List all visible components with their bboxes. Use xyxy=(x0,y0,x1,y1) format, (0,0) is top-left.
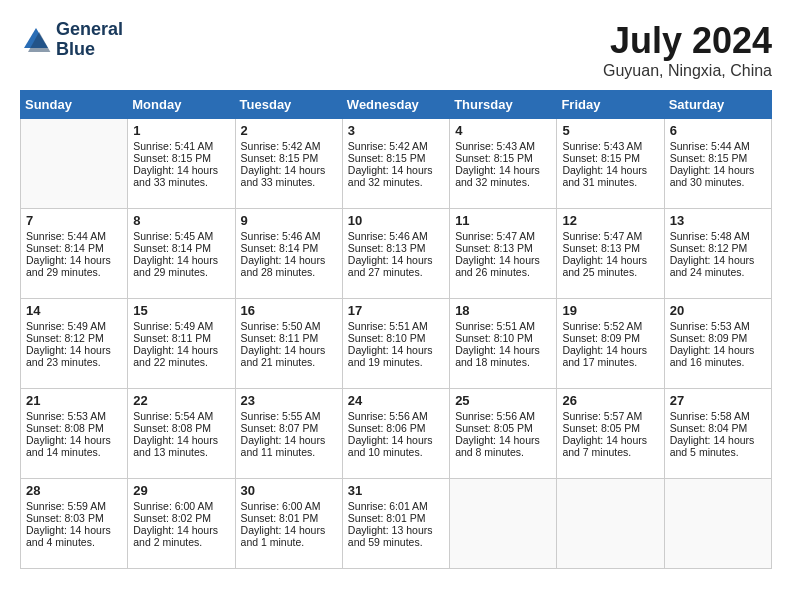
calendar-cell: 26Sunrise: 5:57 AMSunset: 8:05 PMDayligh… xyxy=(557,389,664,479)
daylight-text: Daylight: 14 hours and 33 minutes. xyxy=(133,164,229,188)
sunset-text: Sunset: 8:13 PM xyxy=(562,242,658,254)
daylight-text: Daylight: 13 hours and 59 minutes. xyxy=(348,524,444,548)
sunset-text: Sunset: 8:05 PM xyxy=(455,422,551,434)
calendar-cell: 27Sunrise: 5:58 AMSunset: 8:04 PMDayligh… xyxy=(664,389,771,479)
sunset-text: Sunset: 8:05 PM xyxy=(562,422,658,434)
day-number: 3 xyxy=(348,123,444,138)
daylight-text: Daylight: 14 hours and 25 minutes. xyxy=(562,254,658,278)
logo-text: General Blue xyxy=(56,20,123,60)
daylight-text: Daylight: 14 hours and 32 minutes. xyxy=(455,164,551,188)
day-number: 14 xyxy=(26,303,122,318)
calendar-cell: 20Sunrise: 5:53 AMSunset: 8:09 PMDayligh… xyxy=(664,299,771,389)
sunrise-text: Sunrise: 6:01 AM xyxy=(348,500,444,512)
day-number: 31 xyxy=(348,483,444,498)
sunset-text: Sunset: 8:11 PM xyxy=(133,332,229,344)
daylight-text: Daylight: 14 hours and 13 minutes. xyxy=(133,434,229,458)
calendar-cell: 24Sunrise: 5:56 AMSunset: 8:06 PMDayligh… xyxy=(342,389,449,479)
calendar-cell: 10Sunrise: 5:46 AMSunset: 8:13 PMDayligh… xyxy=(342,209,449,299)
weekday-header-cell: Thursday xyxy=(450,91,557,119)
sunset-text: Sunset: 8:15 PM xyxy=(670,152,766,164)
sunset-text: Sunset: 8:14 PM xyxy=(26,242,122,254)
sunset-text: Sunset: 8:15 PM xyxy=(133,152,229,164)
sunrise-text: Sunrise: 5:44 AM xyxy=(670,140,766,152)
sunset-text: Sunset: 8:13 PM xyxy=(455,242,551,254)
sunset-text: Sunset: 8:15 PM xyxy=(562,152,658,164)
sunrise-text: Sunrise: 5:56 AM xyxy=(348,410,444,422)
sunset-text: Sunset: 8:06 PM xyxy=(348,422,444,434)
daylight-text: Daylight: 14 hours and 31 minutes. xyxy=(562,164,658,188)
day-number: 30 xyxy=(241,483,337,498)
daylight-text: Daylight: 14 hours and 28 minutes. xyxy=(241,254,337,278)
calendar-cell: 18Sunrise: 5:51 AMSunset: 8:10 PMDayligh… xyxy=(450,299,557,389)
title-area: July 2024 Guyuan, Ningxia, China xyxy=(603,20,772,80)
weekday-header-cell: Monday xyxy=(128,91,235,119)
sunrise-text: Sunrise: 5:47 AM xyxy=(455,230,551,242)
daylight-text: Daylight: 14 hours and 27 minutes. xyxy=(348,254,444,278)
daylight-text: Daylight: 14 hours and 33 minutes. xyxy=(241,164,337,188)
day-number: 29 xyxy=(133,483,229,498)
sunset-text: Sunset: 8:11 PM xyxy=(241,332,337,344)
day-number: 7 xyxy=(26,213,122,228)
sunrise-text: Sunrise: 5:55 AM xyxy=(241,410,337,422)
day-number: 23 xyxy=(241,393,337,408)
sunrise-text: Sunrise: 5:49 AM xyxy=(26,320,122,332)
calendar-cell: 13Sunrise: 5:48 AMSunset: 8:12 PMDayligh… xyxy=(664,209,771,299)
sunrise-text: Sunrise: 5:51 AM xyxy=(348,320,444,332)
calendar-cell: 31Sunrise: 6:01 AMSunset: 8:01 PMDayligh… xyxy=(342,479,449,569)
calendar-cell: 7Sunrise: 5:44 AMSunset: 8:14 PMDaylight… xyxy=(21,209,128,299)
sunrise-text: Sunrise: 5:48 AM xyxy=(670,230,766,242)
calendar-cell: 11Sunrise: 5:47 AMSunset: 8:13 PMDayligh… xyxy=(450,209,557,299)
calendar-cell: 9Sunrise: 5:46 AMSunset: 8:14 PMDaylight… xyxy=(235,209,342,299)
sunrise-text: Sunrise: 5:50 AM xyxy=(241,320,337,332)
day-number: 25 xyxy=(455,393,551,408)
day-number: 19 xyxy=(562,303,658,318)
sunrise-text: Sunrise: 5:46 AM xyxy=(241,230,337,242)
sunset-text: Sunset: 8:09 PM xyxy=(670,332,766,344)
sunrise-text: Sunrise: 5:44 AM xyxy=(26,230,122,242)
calendar-cell: 16Sunrise: 5:50 AMSunset: 8:11 PMDayligh… xyxy=(235,299,342,389)
sunrise-text: Sunrise: 5:59 AM xyxy=(26,500,122,512)
calendar-body: 1Sunrise: 5:41 AMSunset: 8:15 PMDaylight… xyxy=(21,119,772,569)
sunset-text: Sunset: 8:12 PM xyxy=(670,242,766,254)
calendar-cell: 17Sunrise: 5:51 AMSunset: 8:10 PMDayligh… xyxy=(342,299,449,389)
weekday-header-cell: Wednesday xyxy=(342,91,449,119)
calendar-cell: 28Sunrise: 5:59 AMSunset: 8:03 PMDayligh… xyxy=(21,479,128,569)
sunset-text: Sunset: 8:03 PM xyxy=(26,512,122,524)
sunset-text: Sunset: 8:15 PM xyxy=(455,152,551,164)
daylight-text: Daylight: 14 hours and 14 minutes. xyxy=(26,434,122,458)
sunrise-text: Sunrise: 5:51 AM xyxy=(455,320,551,332)
daylight-text: Daylight: 14 hours and 5 minutes. xyxy=(670,434,766,458)
day-number: 10 xyxy=(348,213,444,228)
logo-icon xyxy=(20,24,52,56)
day-number: 27 xyxy=(670,393,766,408)
day-number: 22 xyxy=(133,393,229,408)
day-number: 21 xyxy=(26,393,122,408)
weekday-header-cell: Tuesday xyxy=(235,91,342,119)
calendar-table: SundayMondayTuesdayWednesdayThursdayFrid… xyxy=(20,90,772,569)
calendar-cell: 4Sunrise: 5:43 AMSunset: 8:15 PMDaylight… xyxy=(450,119,557,209)
daylight-text: Daylight: 14 hours and 8 minutes. xyxy=(455,434,551,458)
sunset-text: Sunset: 8:01 PM xyxy=(348,512,444,524)
calendar-cell: 15Sunrise: 5:49 AMSunset: 8:11 PMDayligh… xyxy=(128,299,235,389)
calendar-cell xyxy=(450,479,557,569)
daylight-text: Daylight: 14 hours and 23 minutes. xyxy=(26,344,122,368)
calendar-cell: 30Sunrise: 6:00 AMSunset: 8:01 PMDayligh… xyxy=(235,479,342,569)
day-number: 9 xyxy=(241,213,337,228)
day-number: 26 xyxy=(562,393,658,408)
daylight-text: Daylight: 14 hours and 19 minutes. xyxy=(348,344,444,368)
weekday-header-cell: Saturday xyxy=(664,91,771,119)
sunrise-text: Sunrise: 5:53 AM xyxy=(670,320,766,332)
sunset-text: Sunset: 8:02 PM xyxy=(133,512,229,524)
calendar-cell: 3Sunrise: 5:42 AMSunset: 8:15 PMDaylight… xyxy=(342,119,449,209)
day-number: 5 xyxy=(562,123,658,138)
sunset-text: Sunset: 8:08 PM xyxy=(133,422,229,434)
sunrise-text: Sunrise: 5:42 AM xyxy=(348,140,444,152)
sunset-text: Sunset: 8:14 PM xyxy=(241,242,337,254)
day-number: 2 xyxy=(241,123,337,138)
sunrise-text: Sunrise: 5:45 AM xyxy=(133,230,229,242)
daylight-text: Daylight: 14 hours and 1 minute. xyxy=(241,524,337,548)
day-number: 17 xyxy=(348,303,444,318)
day-number: 4 xyxy=(455,123,551,138)
sunset-text: Sunset: 8:15 PM xyxy=(348,152,444,164)
sunset-text: Sunset: 8:04 PM xyxy=(670,422,766,434)
